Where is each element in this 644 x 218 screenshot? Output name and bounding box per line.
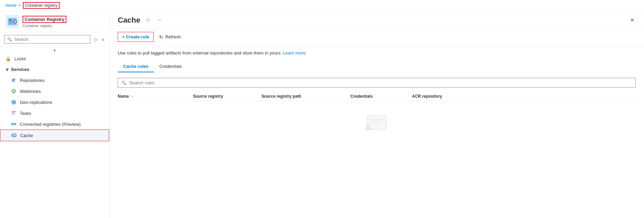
sidebar-item-webhooks[interactable]: Webhooks — [0, 86, 109, 97]
create-rule-button[interactable]: + Create rule — [118, 32, 154, 42]
tab-cache-rules[interactable]: Cache rules — [118, 61, 154, 72]
cache-icon — [11, 133, 17, 138]
col-source-registry-path: Source registry path — [261, 94, 350, 99]
close-button[interactable]: ✕ — [629, 15, 636, 25]
favorite-button[interactable]: ☆ — [144, 15, 152, 25]
svg-rect-10 — [12, 81, 14, 82]
geo-icon — [11, 99, 16, 105]
svg-rect-26 — [370, 122, 380, 123]
col-credentials: Credentials — [350, 94, 412, 99]
sidebar-item-webhooks-label: Webhooks — [20, 89, 41, 94]
resource-title-block: Container Registry Container registry — [23, 16, 66, 28]
svg-rect-8 — [12, 79, 15, 80]
search-input[interactable] — [14, 37, 87, 42]
svg-point-18 — [14, 123, 16, 125]
svg-rect-3 — [9, 20, 12, 21]
sidebar-section-services-label: Services — [11, 67, 29, 72]
header-actions: ✕ — [629, 15, 636, 25]
sidebar-item-geo-replications[interactable]: Geo-replications — [0, 97, 109, 108]
empty-illustration — [363, 108, 390, 135]
search-input-wrapper: 🔍 — [4, 35, 90, 44]
resource-header: Container Registry Container registry — [0, 11, 109, 32]
empty-state — [118, 101, 636, 142]
repos-icon — [11, 77, 16, 83]
svg-rect-22 — [14, 135, 15, 136]
resource-name: Container Registry — [23, 16, 66, 23]
table-header: Name ↑↓ Source registry Source registry … — [118, 92, 636, 101]
sidebar-item-cache-label: Cache — [20, 133, 33, 138]
sidebar-nav: ▲ 🔒 Locks ∨ Services Repositories — [0, 47, 109, 218]
filter-icon-button[interactable]: ◇ — [93, 36, 98, 43]
breadcrumb-home[interactable]: Home — [5, 3, 16, 8]
page-header: Cache ☆ ··· ✕ — [110, 11, 644, 29]
svg-rect-15 — [12, 113, 15, 113]
sidebar-item-repositories-label: Repositories — [20, 78, 44, 83]
container-registry-icon — [5, 15, 19, 28]
refresh-icon: ↻ — [159, 34, 163, 40]
breadcrumb-sep: > — [18, 3, 21, 8]
sidebar-item-connected-registries[interactable]: Connected registries (Preview) — [0, 119, 109, 130]
sidebar-item-tasks[interactable]: Tasks — [0, 108, 109, 119]
svg-rect-21 — [13, 135, 14, 136]
tabs: Cache rules Credentials — [118, 61, 636, 72]
scroll-up-indicator: ▲ — [53, 48, 56, 52]
col-source-registry: Source registry — [193, 94, 261, 99]
sidebar-item-locks[interactable]: 🔒 Locks — [0, 53, 109, 64]
svg-rect-5 — [9, 23, 12, 23]
tab-credentials[interactable]: Credentials — [154, 61, 188, 72]
svg-rect-16 — [12, 114, 14, 115]
svg-rect-25 — [370, 119, 384, 120]
more-options-button[interactable]: ··· — [156, 16, 163, 25]
main-content: Cache ☆ ··· ✕ + Create rule ↻ Refresh Us… — [110, 11, 644, 218]
sort-icon[interactable]: ↑↓ — [130, 95, 134, 98]
sidebar-item-geo-replications-label: Geo-replications — [20, 100, 52, 105]
col-acr-repository: ACR repository — [412, 94, 636, 99]
sidebar-item-repositories[interactable]: Repositories — [0, 75, 109, 86]
connected-icon — [11, 121, 16, 127]
content-area: Use rules to pull tagged artifacts from … — [110, 45, 644, 218]
svg-point-17 — [12, 123, 13, 125]
sidebar-item-locks-label: Locks — [14, 56, 26, 61]
chevron-down-icon: ∨ — [5, 67, 9, 72]
sidebar: Container Registry Container registry 🔍 … — [0, 11, 110, 218]
search-rules-wrapper: 🔍 — [118, 78, 636, 88]
col-name: Name ↑↓ — [118, 94, 193, 99]
breadcrumb: Home > Container registry — [0, 0, 644, 11]
sidebar-item-tasks-label: Tasks — [20, 111, 31, 116]
learn-more-link[interactable]: Learn more — [283, 50, 306, 56]
svg-rect-14 — [12, 111, 16, 112]
sidebar-item-cache[interactable]: Cache — [0, 130, 109, 141]
search-rules-icon: 🔍 — [121, 81, 127, 85]
lock-icon: 🔒 — [5, 56, 11, 61]
page-title: Cache — [118, 16, 140, 25]
refresh-button[interactable]: ↻ Refresh — [156, 32, 184, 42]
sidebar-item-connected-registries-label: Connected registries (Preview) — [20, 122, 81, 127]
tasks-icon — [11, 110, 16, 116]
collapse-icon-button[interactable]: « — [101, 36, 105, 43]
svg-rect-20 — [12, 134, 16, 137]
info-text: Use rules to pull tagged artifacts from … — [118, 50, 636, 56]
refresh-label: Refresh — [165, 34, 181, 39]
webhooks-icon — [11, 88, 16, 94]
svg-rect-27 — [370, 124, 378, 125]
toolbar: + Create rule ↻ Refresh — [110, 29, 644, 45]
sidebar-search-bar: 🔍 ◇ « — [0, 32, 109, 47]
svg-rect-9 — [12, 80, 14, 81]
resource-subtitle: Container registry — [23, 24, 66, 28]
sidebar-section-services[interactable]: ∨ Services — [0, 64, 109, 75]
search-rules-input[interactable] — [129, 80, 632, 85]
svg-rect-4 — [9, 21, 13, 22]
search-icon: 🔍 — [7, 37, 12, 42]
search-actions: ◇ « — [93, 36, 105, 43]
breadcrumb-current: Container registry — [23, 2, 60, 9]
